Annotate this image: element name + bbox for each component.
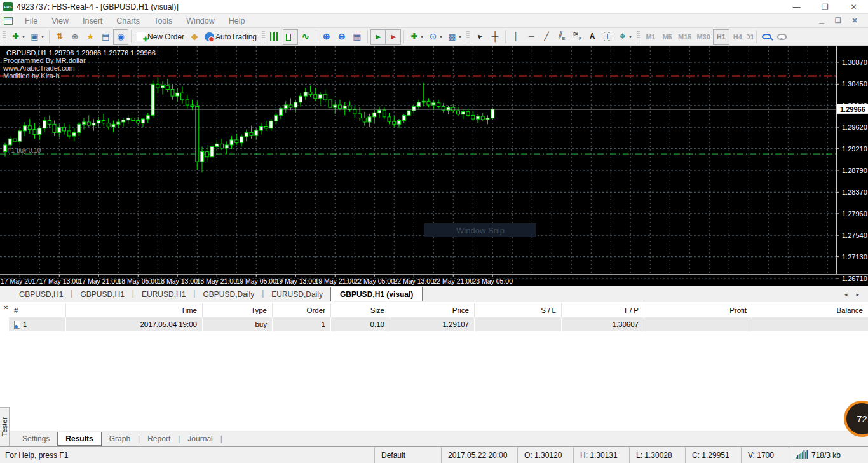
child-close-button[interactable]: ✕ (846, 17, 863, 25)
templates-dropdown-icon[interactable]: ▾ (459, 34, 461, 39)
chart-tab-1[interactable]: GBPUSD,H1 (72, 288, 132, 301)
new-order-button[interactable]: New Order (134, 29, 187, 45)
timeframe-h4-button[interactable]: H4 (729, 29, 746, 45)
toolbar-grip[interactable] (466, 31, 470, 43)
tester-tab-graph[interactable]: Graph (102, 432, 138, 445)
menu-item-window[interactable]: Window (179, 17, 221, 25)
tester-side-tab[interactable]: Tester (0, 407, 10, 446)
tester-tab-results[interactable]: Results (57, 432, 101, 446)
table-row[interactable]: 12017.05.04 19:00buy10.101.291071.30607 (9, 317, 868, 331)
candlestick-chart-button[interactable] (283, 29, 298, 45)
indicators-dropdown-icon[interactable]: ▾ (421, 34, 423, 39)
menu-item-help[interactable]: Help (222, 17, 252, 25)
timeframe-m1-button[interactable]: M1 (642, 29, 659, 45)
tile-windows-button[interactable] (349, 29, 365, 45)
crosshair-button[interactable] (487, 29, 503, 45)
horizontal-line-button[interactable] (524, 29, 539, 45)
column-header-order[interactable]: Order (273, 303, 331, 317)
tester-tab-journal[interactable]: Journal (180, 432, 220, 445)
chart-tab-2[interactable]: EURUSD,H1 (134, 288, 193, 301)
profiles-button[interactable]: ▾ (27, 29, 46, 45)
line-chart-button[interactable] (298, 29, 313, 45)
auto-scroll-button[interactable] (370, 29, 386, 45)
indicators-button[interactable]: ▾ (407, 29, 426, 45)
restore-button[interactable]: ❐ (811, 3, 839, 11)
text-button[interactable] (585, 29, 600, 45)
column-header-tp[interactable]: T / P (562, 303, 644, 317)
menu-item-insert[interactable]: Insert (76, 17, 109, 25)
period-selector-button[interactable]: ▾ (426, 29, 445, 45)
tester-tab-settings[interactable]: Settings (15, 432, 57, 445)
time-tick-label: 19 May 05:00 (236, 277, 276, 285)
zoom-out-button[interactable] (334, 29, 349, 45)
chart-tab-5[interactable]: GBPUSD,H1 (visual) (330, 287, 423, 301)
tab-scroll-left-icon[interactable]: ◂ (844, 291, 848, 298)
toolbar-grip[interactable] (637, 31, 640, 43)
terminal-button[interactable] (98, 29, 113, 45)
chart-window-icon (4, 17, 13, 25)
chart-window[interactable]: 1.308701.304501.300401.296201.292101.287… (0, 46, 868, 286)
profiles-dropdown-icon[interactable]: ▾ (41, 34, 44, 39)
child-restore-button[interactable]: ❐ (830, 17, 846, 25)
column-header-sl[interactable]: S / L (475, 303, 562, 317)
navigator-button[interactable] (83, 29, 98, 45)
menu-item-tools[interactable]: Tools (147, 17, 179, 25)
column-header-profit[interactable]: Profit (644, 303, 752, 317)
tester-tab-report[interactable]: Report (140, 432, 178, 445)
new-chart-dropdown-icon[interactable]: ▾ (22, 34, 25, 39)
trend-line-button[interactable] (539, 29, 554, 45)
arrows-dropdown-icon[interactable]: ▾ (629, 34, 632, 39)
menu-item-file[interactable]: File (18, 17, 44, 25)
column-header-time[interactable]: Time (66, 303, 203, 317)
column-header-size[interactable]: Size (331, 303, 390, 317)
fibonacci-button[interactable] (569, 29, 585, 45)
period-selector-dropdown-icon[interactable]: ▾ (440, 34, 442, 39)
close-button[interactable]: ✕ (839, 3, 868, 11)
strategy-tester-button[interactable] (113, 29, 128, 45)
time-tick-label: 23 May 05:00 (472, 277, 513, 285)
chart-shift-button[interactable] (386, 29, 401, 45)
text-label-button[interactable] (600, 29, 615, 45)
bar-chart-button[interactable] (268, 29, 283, 45)
timeframe-m30-button[interactable]: M30 (694, 29, 712, 45)
column-header-price[interactable]: Price (390, 303, 475, 317)
toolbar-grip[interactable] (3, 31, 6, 43)
column-header-[interactable]: # (9, 303, 66, 317)
deposit-icon (190, 32, 200, 42)
time-tick-label: 18 May 21:00 (196, 277, 237, 285)
column-header-type[interactable]: Type (203, 303, 273, 317)
cursor-button[interactable] (472, 29, 487, 45)
chat-button[interactable] (775, 29, 790, 45)
templates-button[interactable]: ▾ (445, 29, 464, 45)
candlestick-chart[interactable]: 1.308701.304501.300401.296201.292101.287… (0, 46, 868, 287)
menu-item-view[interactable]: View (44, 17, 76, 25)
search-button[interactable] (759, 29, 775, 45)
timeframe-m5-button[interactable]: M5 (659, 29, 675, 45)
window-snip-overlay: Window Snip (424, 223, 536, 237)
data-window-button[interactable] (67, 29, 83, 45)
zoom-in-button[interactable] (319, 29, 334, 45)
minimize-button[interactable]: — (782, 3, 811, 11)
chart-tab-0[interactable]: GBPUSD,H1 (11, 288, 71, 301)
menu-item-charts[interactable]: Charts (109, 17, 147, 25)
vertical-line-button[interactable] (508, 29, 524, 45)
autotrading-icon (205, 32, 214, 41)
timeframe-m15-button[interactable]: M15 (675, 29, 694, 45)
order-number: 1 (23, 317, 27, 331)
toolbar-grip[interactable] (262, 31, 265, 43)
tab-scroll-right-icon[interactable]: ▸ (856, 291, 859, 298)
chart-tab-4[interactable]: EURUSD,Daily (264, 288, 330, 301)
new-chart-button[interactable]: ▾ (8, 29, 27, 45)
price-tick-label: 1.27540 (842, 232, 867, 239)
child-minimize-button[interactable]: ＿ (813, 16, 830, 25)
timeframe-d1-button[interactable]: D1 (746, 29, 754, 45)
equidistant-channel-button[interactable] (554, 29, 569, 45)
templates-icon (447, 32, 457, 42)
column-header-balance[interactable]: Balance (752, 303, 868, 317)
deposit-button[interactable] (187, 29, 202, 45)
arrows-button[interactable]: ▾ (615, 29, 634, 45)
timeframe-h1-button[interactable]: H1 (713, 29, 729, 45)
chart-tab-3[interactable]: GBPUSD,Daily (195, 288, 262, 301)
autotrading-button[interactable]: AutoTrading (202, 29, 259, 45)
market-watch-button[interactable] (52, 29, 67, 45)
